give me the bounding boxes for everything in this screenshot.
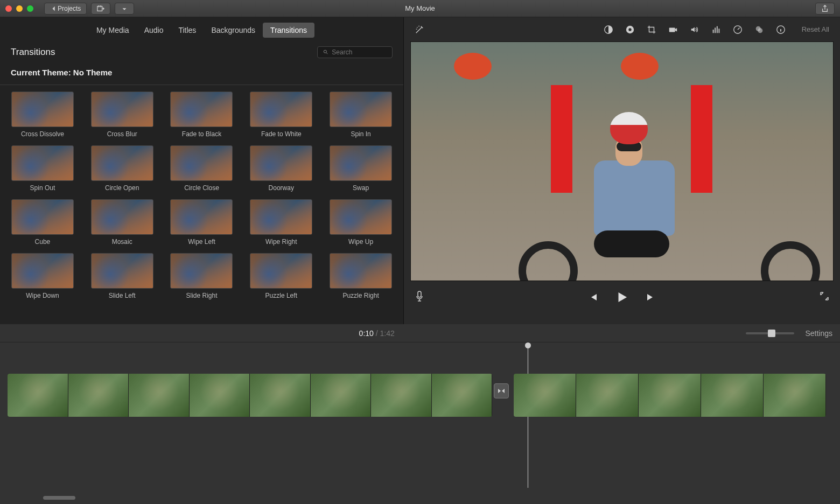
- transition-item[interactable]: Slide Right: [168, 253, 236, 299]
- transition-label: Puzzle Left: [265, 292, 297, 299]
- transition-thumbnail: [91, 253, 153, 289]
- transition-label: Circle Close: [184, 184, 219, 192]
- reset-all-button[interactable]: Reset All: [802, 25, 829, 33]
- minimize-window[interactable]: [16, 5, 23, 12]
- transition-item[interactable]: Circle Close: [168, 145, 236, 192]
- voiceover-icon[interactable]: [415, 290, 424, 304]
- transition-label: Wipe Down: [26, 292, 59, 299]
- maximize-window[interactable]: [27, 5, 33, 12]
- transition-item[interactable]: Puzzle Right: [327, 253, 395, 299]
- prev-button[interactable]: [588, 292, 599, 303]
- tab-transitions[interactable]: Transitions: [263, 23, 314, 38]
- playhead[interactable]: [528, 346, 528, 488]
- transition-thumbnail: [11, 253, 74, 289]
- timeline-track[interactable]: [0, 342, 840, 504]
- filter-icon[interactable]: [754, 25, 764, 34]
- equalizer-icon[interactable]: [711, 25, 721, 34]
- svg-rect-8: [717, 26, 718, 33]
- transitions-grid: Cross DissolveCross BlurFade to BlackFad…: [0, 92, 403, 299]
- video-preview[interactable]: [410, 41, 834, 281]
- transition-label: Circle Open: [105, 184, 139, 192]
- transition-thumbnail: [11, 145, 74, 181]
- timeline-panel: 0:10 / 1:42 Settings: [0, 324, 840, 504]
- media-import-button[interactable]: [91, 3, 110, 15]
- next-button[interactable]: [645, 292, 656, 303]
- volume-icon[interactable]: [690, 25, 699, 34]
- tab-my-media[interactable]: My Media: [89, 23, 137, 38]
- transition-item[interactable]: Cross Blur: [88, 92, 156, 138]
- transition-thumbnail: [91, 145, 153, 181]
- search-box[interactable]: [317, 46, 393, 58]
- window-title: My Movie: [405, 4, 435, 12]
- projects-label: Projects: [58, 5, 81, 12]
- transition-thumbnail: [11, 92, 74, 127]
- svg-point-12: [758, 28, 762, 33]
- transition-item[interactable]: Cube: [9, 199, 76, 246]
- search-input[interactable]: [332, 48, 387, 56]
- svg-rect-7: [715, 27, 716, 33]
- transition-marker[interactable]: [494, 383, 509, 398]
- timeline-clip[interactable]: [8, 374, 492, 417]
- transition-label: Fade to Black: [182, 130, 221, 138]
- transition-thumbnail: [250, 199, 312, 235]
- transition-item[interactable]: Swap: [327, 145, 395, 192]
- transition-thumbnail: [91, 92, 153, 127]
- transition-thumbnail: [170, 253, 233, 289]
- transition-item[interactable]: Wipe Up: [327, 199, 395, 246]
- zoom-slider[interactable]: [746, 332, 794, 334]
- transition-thumbnail: [330, 92, 392, 127]
- playback-time: 0:10 / 1:42: [359, 329, 395, 338]
- color-balance-icon[interactable]: [604, 25, 613, 34]
- tab-audio[interactable]: Audio: [137, 23, 171, 38]
- play-button[interactable]: [615, 290, 629, 304]
- transition-item[interactable]: Cross Dissolve: [9, 92, 76, 138]
- timeline-clip[interactable]: [514, 374, 826, 417]
- search-icon: [323, 49, 328, 55]
- transition-item[interactable]: Spin Out: [9, 145, 76, 192]
- transition-label: Cross Dissolve: [21, 130, 64, 138]
- transition-item[interactable]: Wipe Down: [9, 253, 76, 299]
- transition-label: Puzzle Right: [342, 292, 379, 299]
- info-icon[interactable]: [776, 25, 786, 34]
- transition-item[interactable]: Mosaic: [88, 199, 156, 246]
- share-button[interactable]: [815, 3, 835, 15]
- transition-item[interactable]: Wipe Right: [247, 199, 315, 246]
- transition-label: Slide Right: [186, 292, 217, 299]
- tab-titles[interactable]: Titles: [171, 23, 204, 38]
- transition-label: Fade to White: [261, 130, 302, 138]
- transition-item[interactable]: Slide Left: [88, 253, 156, 299]
- window-controls: [5, 5, 33, 12]
- transition-item[interactable]: Wipe Left: [168, 199, 236, 246]
- magic-wand-icon[interactable]: [415, 25, 424, 34]
- transition-item[interactable]: Spin In: [327, 92, 395, 138]
- horizontal-scrollbar[interactable]: [43, 496, 75, 500]
- timeline-settings-button[interactable]: Settings: [805, 329, 832, 338]
- close-window[interactable]: [5, 5, 12, 12]
- transition-label: Wipe Right: [265, 238, 297, 246]
- transition-thumbnail: [91, 199, 153, 235]
- titlebar: Projects My Movie: [0, 0, 840, 17]
- speed-icon[interactable]: [733, 25, 743, 34]
- svg-point-1: [324, 50, 326, 53]
- browser-panel: My Media Audio Titles Backgrounds Transi…: [0, 17, 404, 324]
- transition-item[interactable]: Doorway: [247, 145, 315, 192]
- svg-rect-6: [712, 30, 713, 33]
- svg-rect-14: [418, 291, 421, 297]
- download-button[interactable]: [115, 3, 134, 15]
- projects-button[interactable]: Projects: [44, 3, 87, 15]
- transition-thumbnail: [330, 199, 392, 235]
- transition-label: Spin Out: [30, 184, 55, 192]
- crop-icon[interactable]: [647, 25, 656, 34]
- transition-item[interactable]: Puzzle Left: [247, 253, 315, 299]
- svg-rect-0: [97, 6, 102, 11]
- transition-item[interactable]: Fade to Black: [168, 92, 236, 138]
- tab-backgrounds[interactable]: Backgrounds: [204, 23, 263, 38]
- fullscreen-icon[interactable]: [820, 291, 829, 303]
- camera-icon[interactable]: [668, 25, 678, 34]
- color-wheel-icon[interactable]: [625, 25, 635, 34]
- transition-thumbnail: [250, 145, 312, 181]
- transition-item[interactable]: Circle Open: [88, 145, 156, 192]
- transition-thumbnail: [330, 253, 392, 289]
- transition-thumbnail: [250, 253, 312, 289]
- transition-item[interactable]: Fade to White: [247, 92, 315, 138]
